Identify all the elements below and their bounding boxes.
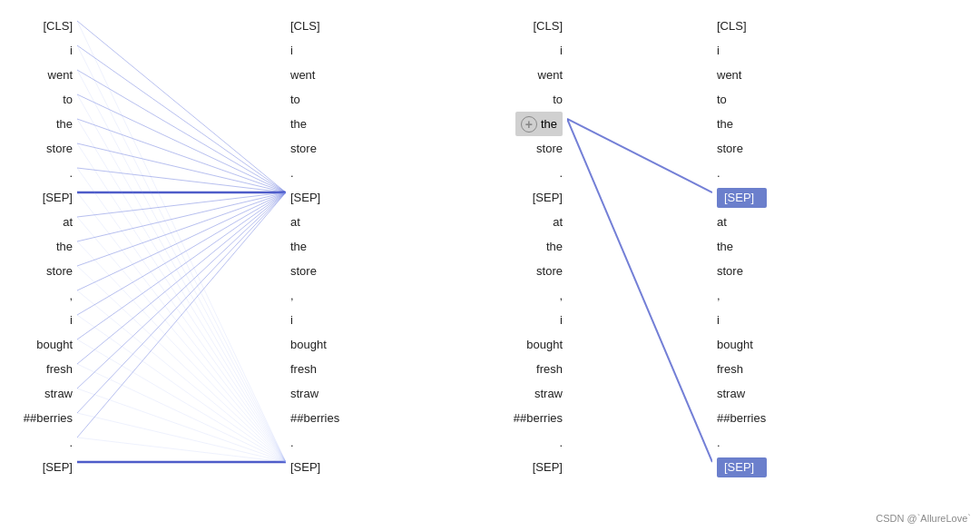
token: at xyxy=(286,210,300,234)
token: . xyxy=(69,430,77,455)
token: the xyxy=(56,112,77,136)
token: i xyxy=(286,308,293,332)
token: [SEP] xyxy=(43,455,77,479)
token: [CLS] xyxy=(43,14,77,38)
left-attention-lines: .attn-line { stroke: #7080e0; stroke-wid… xyxy=(77,9,286,475)
token: the xyxy=(546,234,567,259)
token: straw xyxy=(534,381,567,406)
token: store xyxy=(46,259,77,283)
token: . xyxy=(286,430,294,455)
token: , xyxy=(712,283,720,308)
token: . xyxy=(559,430,567,455)
svg-line-31 xyxy=(77,315,286,462)
token: i xyxy=(712,38,720,63)
token: went xyxy=(286,63,315,87)
token: , xyxy=(559,283,567,308)
highlighted-target-token: [SEP] xyxy=(717,188,767,208)
svg-line-19 xyxy=(77,21,286,462)
highlighted-target-token-2: [SEP] xyxy=(717,457,767,477)
token: the xyxy=(286,234,307,259)
token: i xyxy=(712,308,720,332)
token: fresh xyxy=(712,357,743,381)
svg-line-36 xyxy=(77,438,286,462)
token: i xyxy=(286,38,293,63)
token: ##berries xyxy=(24,406,77,430)
token: at xyxy=(63,210,77,234)
token: to xyxy=(286,87,300,112)
left-target-column: [CLS] i went to the store . [SEP] at the… xyxy=(286,9,368,484)
token: bought xyxy=(286,332,327,357)
left-source-column: [CLS] i went to the store . [SEP] at the… xyxy=(9,9,77,484)
token: bought xyxy=(712,332,753,357)
plus-icon: + xyxy=(521,116,537,133)
svg-line-0 xyxy=(77,21,286,192)
svg-line-21 xyxy=(77,70,286,462)
token: at xyxy=(712,210,727,234)
token: store xyxy=(712,259,743,283)
token: . xyxy=(559,161,567,185)
token: i xyxy=(70,38,77,63)
svg-line-28 xyxy=(77,241,286,462)
right-target-column: [CLS] i went to the store . [SEP] at the… xyxy=(712,9,803,484)
svg-line-29 xyxy=(77,266,286,462)
token: [SEP] xyxy=(43,185,77,210)
token: straw xyxy=(712,381,745,406)
token: store xyxy=(536,259,567,283)
svg-line-2 xyxy=(77,70,286,192)
token: [CLS] xyxy=(712,14,747,38)
token: . xyxy=(286,161,294,185)
right-source-column: [CLS] i went to + the store . [SEP] at t… xyxy=(495,9,567,484)
token: store xyxy=(536,136,567,161)
svg-line-30 xyxy=(77,290,286,462)
token: ##berries xyxy=(712,406,766,430)
token: went xyxy=(712,63,741,87)
token-label: the xyxy=(541,117,557,131)
svg-line-22 xyxy=(77,94,286,462)
token: fresh xyxy=(46,357,77,381)
token: to xyxy=(63,87,77,112)
token: ##berries xyxy=(286,406,339,430)
token: [SEP] xyxy=(533,455,567,479)
right-attention-lines: .r-line { stroke: #5060cc; stroke-width:… xyxy=(567,9,712,475)
token: i xyxy=(560,38,567,63)
svg-line-6 xyxy=(77,168,286,192)
svg-line-9 xyxy=(77,192,286,241)
svg-line-4 xyxy=(77,119,286,192)
token: [CLS] xyxy=(533,14,567,38)
token: the xyxy=(712,112,733,136)
svg-line-5 xyxy=(77,143,286,192)
svg-line-37 xyxy=(567,119,712,192)
token: [SEP] xyxy=(286,455,320,479)
svg-line-35 xyxy=(77,413,286,462)
token: . xyxy=(712,430,720,455)
token: [CLS] xyxy=(286,14,320,38)
token: straw xyxy=(286,381,318,406)
svg-line-8 xyxy=(77,192,286,217)
token: went xyxy=(48,63,77,87)
token: store xyxy=(286,136,317,161)
svg-line-38 xyxy=(567,119,712,462)
watermark: CSDN @`AllureLove` xyxy=(876,513,971,524)
token: the xyxy=(56,234,77,259)
highlighted-source-token[interactable]: + the xyxy=(515,112,563,136)
svg-line-26 xyxy=(77,192,286,462)
svg-line-25 xyxy=(77,168,286,462)
token: [SEP] xyxy=(286,185,320,210)
token: , xyxy=(69,283,77,308)
token: i xyxy=(560,308,567,332)
token: at xyxy=(553,210,567,234)
token: , xyxy=(286,283,294,308)
token: to xyxy=(553,87,567,112)
token: ##berries xyxy=(514,406,567,430)
svg-line-3 xyxy=(77,94,286,192)
token: . xyxy=(712,161,720,185)
token: store xyxy=(712,136,743,161)
svg-line-24 xyxy=(77,143,286,462)
token: the xyxy=(286,112,307,136)
token: . xyxy=(69,161,77,185)
token: fresh xyxy=(536,357,567,381)
token: [SEP] xyxy=(533,185,567,210)
token: bought xyxy=(36,332,77,357)
token: straw xyxy=(44,381,77,406)
token: bought xyxy=(526,332,567,357)
